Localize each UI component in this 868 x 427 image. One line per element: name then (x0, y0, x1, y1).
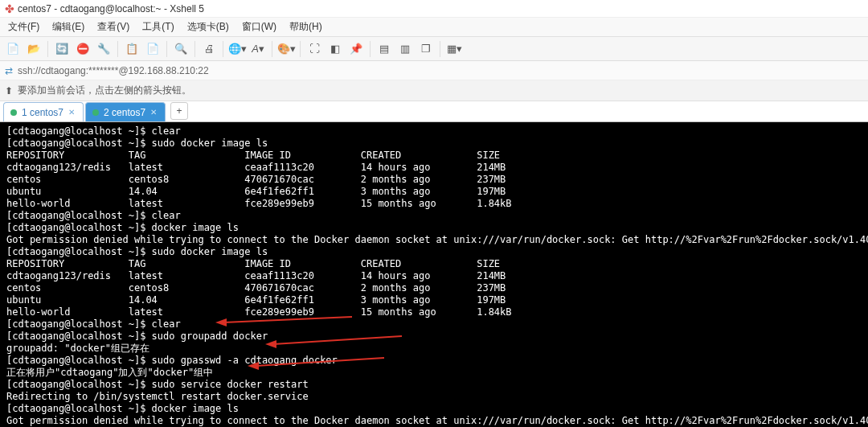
menu-view[interactable]: 查看(V) (94, 18, 133, 35)
menu-file[interactable]: 文件(F) (5, 18, 43, 35)
terminal-line: REPOSITORY TAG IMAGE ID CREATED SIZE (6, 150, 862, 162)
menu-tabs[interactable]: 选项卡(B) (184, 18, 232, 35)
menu-window[interactable]: 窗口(W) (239, 18, 280, 35)
layout-button[interactable]: ▦▾ (444, 39, 464, 59)
ssh-address[interactable]: ssh://cdtaogang:********@192.168.88.210:… (18, 65, 209, 76)
terminal-line: [cdtaogang@localhost ~]$ sudo docker ima… (6, 138, 862, 150)
separator (223, 41, 223, 57)
terminal-line: [cdtaogang@localhost ~]$ docker image ls (6, 403, 862, 415)
terminal-line: Redirecting to /bin/systemctl restart do… (6, 391, 862, 403)
titlebar: ✤ centos7 - cdtaogang@localhost:~ - Xshe… (0, 0, 868, 18)
font-button[interactable]: A▾ (248, 39, 268, 59)
tile-vertical-button[interactable]: ▥ (395, 39, 415, 59)
hint-bar: ⬆ 要添加当前会话，点击左侧的箭头按钮。 (0, 80, 868, 101)
paste-button[interactable]: 📄 (143, 39, 162, 59)
close-icon[interactable]: ✕ (150, 108, 157, 117)
terminal-line: [cdtaogang@localhost ~]$ clear (6, 318, 862, 331)
tab-label: 2 centos7 (104, 107, 145, 118)
address-bar: ⇄ ssh://cdtaogang:********@192.168.88.21… (0, 61, 868, 80)
protocol-icon[interactable]: ⇄ (5, 65, 13, 76)
reconnect-button[interactable]: 🔄 (52, 39, 72, 59)
terminal-line: groupadd: "docker"组已存在 (6, 343, 862, 355)
status-dot-icon (92, 109, 99, 116)
terminal-line: [cdtaogang@localhost ~]$ sudo groupadd d… (6, 331, 862, 343)
toolbar: 📄 📂 🔄 ⛔ 🔧 📋 📄 🔍 🖨 🌐▾ A▾ 🎨▾ ⛶ ◧ 📌 ▤ ▥ ❐ ▦… (0, 37, 868, 61)
find-button[interactable]: 🔍 (171, 39, 190, 59)
copy-button[interactable]: 📋 (122, 39, 141, 59)
menu-help[interactable]: 帮助(H) (286, 18, 326, 35)
properties-button[interactable]: 🔧 (94, 39, 113, 59)
separator (166, 41, 167, 57)
terminal-line: ubuntu 14.04 6e4f1fe62ff1 3 months ago 1… (6, 186, 862, 198)
always-on-top-button[interactable]: 📌 (346, 39, 366, 59)
terminal-line: [cdtaogang@localhost ~]$ clear (6, 125, 862, 138)
menu-bar: 文件(F) 编辑(E) 查看(V) 工具(T) 选项卡(B) 窗口(W) 帮助(… (0, 18, 868, 37)
terminal[interactable]: [cdtaogang@localhost ~]$ clear [cdtaogan… (0, 122, 868, 427)
terminal-line: REPOSITORY TAG IMAGE ID CREATED SIZE (6, 258, 862, 270)
separator (194, 41, 195, 57)
terminal-line: hello-world latest fce289e99eb9 15 month… (6, 306, 862, 318)
separator (272, 41, 272, 57)
tab-strip: 1 centos7 ✕ 2 centos7 ✕ + (0, 101, 868, 122)
tab-centos7-1[interactable]: 1 centos7 ✕ (3, 102, 84, 121)
separator (300, 41, 301, 57)
hint-text: 要添加当前会话，点击左侧的箭头按钮。 (18, 84, 191, 97)
tile-horizontal-button[interactable]: ▤ (375, 39, 394, 59)
terminal-line: [cdtaogang@localhost ~]$ docker image ls (6, 222, 862, 234)
separator (117, 41, 118, 57)
app-logo-icon: ✤ (5, 2, 14, 15)
menu-tools[interactable]: 工具(T) (139, 18, 177, 35)
encoding-button[interactable]: 🌐▾ (227, 39, 247, 59)
terminal-line: cdtaogang123/redis latest ceaaf1113c20 1… (6, 270, 862, 282)
separator (370, 41, 371, 57)
open-button[interactable]: 📂 (24, 39, 43, 59)
new-button[interactable]: 📄 (3, 39, 23, 59)
terminal-line: cdtaogang123/redis latest ceaaf1113c20 1… (6, 162, 862, 174)
tab-label: 1 centos7 (22, 107, 63, 118)
terminal-line: [cdtaogang@localhost ~]$ sudo gpasswd -a… (6, 355, 862, 367)
status-dot-icon (10, 109, 17, 116)
tab-centos7-2[interactable]: 2 centos7 ✕ (85, 102, 166, 121)
cascade-button[interactable]: ❐ (416, 39, 436, 59)
terminal-line: Got permission denied while trying to co… (6, 234, 862, 246)
print-button[interactable]: 🖨 (199, 39, 219, 59)
terminal-line: hello-world latest fce289e99eb9 15 month… (6, 198, 862, 210)
terminal-line: Got permission denied while trying to co… (6, 415, 862, 427)
terminal-line: ubuntu 14.04 6e4f1fe62ff1 3 months ago 1… (6, 294, 862, 306)
fullscreen-button[interactable]: ⛶ (305, 39, 324, 59)
close-icon[interactable]: ✕ (68, 108, 75, 117)
terminal-line: [cdtaogang@localhost ~]$ sudo service do… (6, 379, 862, 391)
color-button[interactable]: 🎨▾ (276, 39, 296, 59)
add-tab-button[interactable]: + (170, 102, 188, 120)
separator (440, 41, 440, 57)
terminal-line: [cdtaogang@localhost ~]$ clear (6, 210, 862, 222)
separator (47, 41, 48, 57)
menu-edit[interactable]: 编辑(E) (49, 18, 88, 35)
add-session-icon[interactable]: ⬆ (5, 85, 13, 96)
window-title: centos7 - cdtaogang@localhost:~ - Xshell… (18, 3, 204, 14)
terminal-line: centos centos8 470671670cac 2 months ago… (6, 174, 862, 186)
terminal-line: [cdtaogang@localhost ~]$ sudo docker ima… (6, 246, 862, 258)
terminal-line: centos centos8 470671670cac 2 months ago… (6, 282, 862, 294)
disconnect-button[interactable]: ⛔ (73, 39, 92, 59)
terminal-line: 正在将用户"cdtaogang"加入到"docker"组中 (6, 367, 862, 379)
transparent-button[interactable]: ◧ (326, 39, 345, 59)
